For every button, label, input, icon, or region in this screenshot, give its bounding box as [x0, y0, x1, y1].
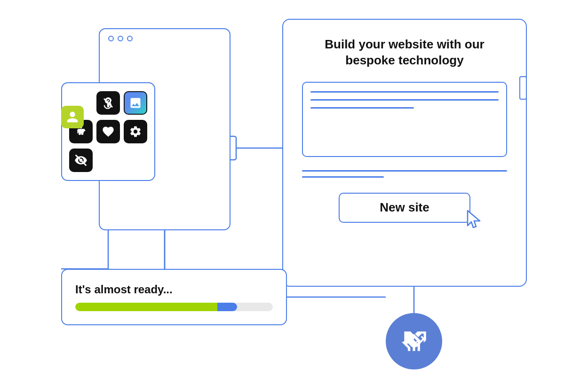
browser-dot-3: [127, 36, 133, 41]
progress-bar: [75, 303, 273, 311]
browser-dot-1: [108, 36, 114, 41]
handshake-icon: [399, 327, 429, 356]
progress-blue: [217, 303, 237, 311]
app-panel: [61, 82, 155, 181]
photo-icon: [124, 91, 147, 115]
form-line-2: [310, 99, 499, 101]
handshake-circle: [386, 313, 442, 369]
bottom-line-2: [302, 176, 384, 178]
scene: Build your website with our bespoke tech…: [0, 0, 588, 392]
user-svg: [66, 110, 79, 124]
ready-card: It's almost ready...: [61, 269, 287, 325]
browser-dot-2: [118, 36, 123, 41]
settings-icon: [124, 120, 147, 143]
hearing-icon: [96, 91, 120, 115]
progress-green: [75, 303, 217, 311]
card-form-area: [302, 82, 507, 157]
heart-icon: [96, 120, 120, 143]
form-line-1: [310, 91, 499, 93]
new-site-button-label: New site: [380, 200, 429, 215]
eye-slash-icon: [69, 149, 93, 172]
website-card: Build your website with our bespoke tech…: [282, 19, 527, 287]
form-line-3: [310, 107, 414, 109]
card-scrollbar[interactable]: [519, 76, 527, 100]
svg-point-11: [107, 100, 109, 102]
user-green-icon: [61, 106, 84, 128]
browser-titlebar: [100, 29, 230, 46]
cursor-icon: [466, 210, 483, 230]
new-site-button[interactable]: New site: [339, 193, 470, 223]
website-card-title: Build your website with our bespoke tech…: [302, 37, 507, 69]
bottom-line-1: [302, 170, 507, 172]
card-bottom-lines: [302, 170, 507, 178]
ready-card-title: It's almost ready...: [75, 283, 273, 296]
